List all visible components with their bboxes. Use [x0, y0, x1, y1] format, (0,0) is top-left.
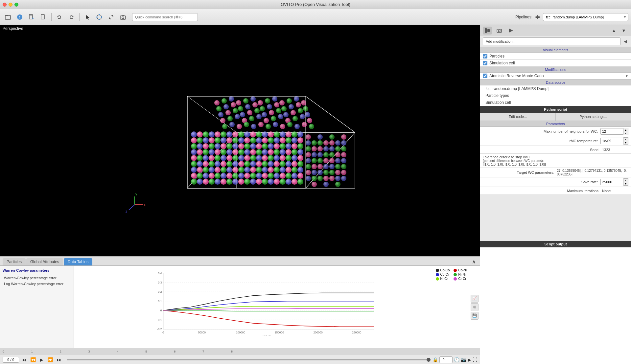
data-source-simulation-cell[interactable]: Simulation cell — [480, 99, 631, 106]
save-chart-button[interactable]: 💾 — [471, 312, 479, 320]
legend-label-ni-ni: Ni-Ni — [458, 273, 465, 276]
clock-button[interactable]: 🕐 — [454, 357, 459, 362]
armc-expand[interactable]: ▼ — [625, 74, 628, 78]
param-rmc-temperature-input[interactable] — [600, 138, 623, 144]
save-button[interactable]: ↓ — [38, 12, 49, 22]
camera-render-button[interactable]: 📷 — [461, 357, 466, 362]
forward-button[interactable]: ▶ — [468, 357, 471, 362]
camera-button[interactable] — [118, 12, 128, 22]
table-chart-button[interactable]: ⊞ — [471, 303, 479, 311]
python-settings-button[interactable]: Python settings... — [556, 113, 631, 121]
title-bar: OVITO Pro (Open Visualization Tool) — [0, 0, 631, 9]
svg-text:z: z — [126, 210, 127, 213]
collapse-bottom-panel-button[interactable]: ∧ — [471, 258, 477, 265]
armc-item[interactable]: Atomistic Reverse Monte Carlo ▼ — [480, 73, 631, 80]
frame-slider-thumb[interactable] — [427, 358, 431, 362]
simulation-cell-item[interactable]: Simulation cell — [480, 60, 631, 67]
svg-point-122 — [215, 149, 221, 155]
spinner-down-max-neighbors[interactable]: ▼ — [623, 131, 628, 135]
svg-point-251 — [258, 122, 264, 127]
svg-point-246 — [222, 124, 227, 129]
svg-point-252 — [266, 124, 271, 129]
svg-point-218 — [296, 102, 301, 107]
svg-point-302 — [312, 176, 317, 181]
fast-forward-button[interactable]: ⏩ — [46, 356, 54, 363]
data-source-particle-types[interactable]: Particle types — [480, 92, 631, 99]
svg-point-169 — [268, 137, 274, 143]
svg-point-305 — [329, 170, 335, 175]
svg-point-49 — [232, 173, 238, 179]
spinner-up-save-rate[interactable]: ▲ — [623, 179, 628, 182]
param-save-rate-label: Save rate: — [483, 180, 600, 184]
sidebar-item-log-wc-error[interactable]: Log Warren-Cowley percentage error — [1, 281, 72, 287]
frame-slider[interactable] — [67, 359, 429, 360]
add-modification-button[interactable]: Add modification... — [483, 37, 620, 45]
close-button[interactable] — [3, 3, 7, 7]
quick-command-search-input[interactable] — [132, 13, 198, 21]
armc-checkbox[interactable] — [483, 74, 487, 78]
camera-settings-tab-button[interactable] — [495, 27, 504, 34]
maximize-button[interactable] — [14, 3, 18, 7]
pipeline-tab-button[interactable] — [483, 27, 492, 34]
svg-point-207 — [216, 106, 222, 111]
open-file-button[interactable] — [3, 12, 13, 22]
render-tab-button[interactable] — [506, 27, 516, 34]
spinner-up-temperature[interactable]: ▲ — [623, 138, 628, 141]
tab-data-tables[interactable]: Data Tables — [64, 258, 92, 265]
lock-button[interactable]: 🔒 — [432, 357, 438, 362]
param-max-neighbors-label: Max number of neighbors for WC: — [483, 129, 600, 133]
redo-button[interactable] — [66, 12, 77, 22]
svg-point-293 — [341, 158, 346, 163]
frame-number-input[interactable] — [439, 356, 453, 363]
param-max-neighbors-input[interactable] — [600, 128, 623, 135]
svg-point-271 — [335, 146, 340, 151]
refresh-button[interactable] — [106, 12, 116, 22]
svg-point-309 — [312, 182, 317, 187]
param-rmc-temperature-spinner[interactable]: ▲ ▼ — [600, 137, 628, 145]
pipeline-select[interactable]: fcc_random.dump [LAMMPS Dump] — [543, 13, 628, 21]
undo-button[interactable] — [54, 12, 65, 22]
spinner-down-save-rate[interactable]: ▼ — [623, 182, 628, 185]
rewind-button[interactable]: ⏪ — [29, 356, 37, 363]
particles-checkbox[interactable] — [483, 54, 487, 58]
line-chart-button[interactable]: 📈 — [471, 295, 479, 303]
param-save-rate-input[interactable] — [600, 179, 623, 185]
tab-global-attributes[interactable]: Global Attributes — [26, 258, 63, 265]
right-panel-scroll-down[interactable]: ▼ — [619, 27, 628, 34]
svg-text:100000: 100000 — [236, 331, 245, 334]
svg-point-60 — [297, 173, 303, 179]
svg-point-116 — [292, 155, 297, 161]
select-tool-button[interactable] — [82, 12, 93, 22]
simulation-cell-checkbox[interactable] — [483, 61, 487, 65]
spinner-down-temperature[interactable]: ▼ — [623, 141, 628, 144]
tab-particles[interactable]: Particles — [3, 258, 26, 265]
svg-point-215 — [274, 102, 279, 107]
expand-button[interactable]: ⛶ — [473, 357, 477, 362]
svg-point-294 — [306, 164, 311, 169]
data-source-file[interactable]: fcc_random.dump [LAMMPS Dump] — [480, 85, 631, 92]
sidebar-item-wc-error[interactable]: Warren-Cowley percentage error — [1, 275, 72, 281]
minimize-button[interactable] — [9, 3, 12, 7]
3d-viewport[interactable]: Perspective — [0, 25, 480, 256]
new-button[interactable]: + — [26, 12, 37, 22]
svg-point-177 — [203, 131, 209, 137]
upload-button[interactable]: ↑ — [14, 12, 25, 22]
skip-to-end-button[interactable]: ⏭ — [56, 356, 63, 363]
legend-dot-ni-ni — [454, 273, 457, 276]
edit-code-button[interactable]: Edit code... — [480, 113, 556, 121]
play-button[interactable]: ▶ — [38, 356, 45, 363]
skip-to-start-button[interactable]: ⏮ — [20, 356, 28, 363]
particles-item[interactable]: Particles — [480, 53, 631, 60]
param-target-wc-label: Target WC parameters: — [483, 171, 557, 174]
right-panel-scroll-up[interactable]: ▲ — [609, 27, 619, 34]
svg-point-164 — [238, 137, 244, 143]
param-max-neighbors-spinner[interactable]: ▲ ▼ — [600, 128, 628, 135]
collapse-modifications-button[interactable]: ◀ — [622, 38, 628, 45]
param-save-rate-spinner[interactable]: ▲ ▼ — [600, 178, 628, 186]
pipeline-dropdown-wrapper[interactable]: fcc_random.dump [LAMMPS Dump] — [543, 13, 628, 21]
svg-point-82 — [203, 161, 209, 167]
svg-point-36 — [268, 179, 274, 185]
transform-button[interactable] — [94, 12, 105, 22]
svg-point-98 — [297, 161, 303, 167]
spinner-up-max-neighbors[interactable]: ▲ — [623, 128, 628, 131]
